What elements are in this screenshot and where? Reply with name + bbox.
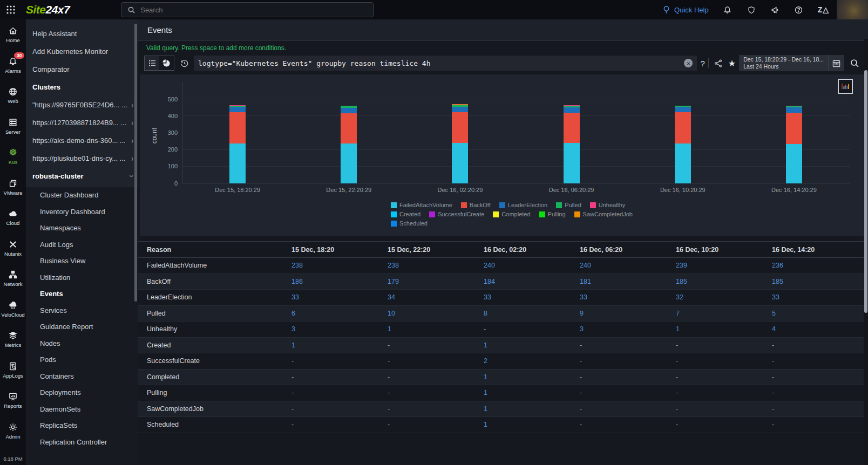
count-link[interactable]: 239: [676, 262, 772, 269]
sidebar-item-business-view[interactable]: Business View: [26, 253, 138, 270]
count-link[interactable]: 7: [676, 310, 772, 317]
announcements-megaphone-icon[interactable]: [770, 5, 780, 15]
bar-segment-FailedAttachVolume[interactable]: [786, 144, 802, 184]
count-link[interactable]: 1: [484, 405, 580, 413]
stacked-bar-Dec-16-14-20-29[interactable]: [786, 106, 802, 183]
count-link[interactable]: 179: [388, 278, 484, 285]
sidebar-item-help-assistant[interactable]: Help Assistant: [26, 25, 138, 43]
bar-segment-LeaderElection[interactable]: [229, 107, 246, 112]
count-link[interactable]: 185: [676, 278, 772, 285]
count-link[interactable]: 5: [772, 310, 868, 317]
bar-segment-FailedAttachVolume[interactable]: [452, 143, 468, 183]
count-link[interactable]: 33: [291, 293, 388, 301]
count-link[interactable]: 1: [484, 341, 580, 349]
stacked-bar-Dec-15-22-20-29[interactable]: [341, 106, 357, 183]
sidebar-item-audit-logs[interactable]: Audit Logs: [26, 237, 138, 254]
bar-segment-FailedAttachVolume[interactable]: [564, 143, 580, 183]
count-link[interactable]: 4: [772, 325, 868, 333]
query-history-icon[interactable]: [178, 57, 191, 70]
zia-assistant-icon[interactable]: Z△: [818, 5, 829, 14]
sidebar-item-cluster-dashboard[interactable]: Cluster Dashboard: [26, 187, 138, 204]
rail-item-applogs[interactable]: AppLogs: [0, 355, 26, 386]
sidebar-item-pods[interactable]: Pods: [26, 352, 138, 368]
share-icon[interactable]: [712, 57, 725, 70]
count-link[interactable]: 238: [291, 262, 388, 269]
count-link[interactable]: 3: [291, 325, 388, 333]
sidebar-scrollbar[interactable]: [134, 24, 137, 302]
query-help-icon[interactable]: ?: [700, 59, 704, 68]
stacked-bar-Dec-16-06-20-29[interactable]: [564, 105, 580, 183]
count-link[interactable]: 1: [676, 325, 772, 333]
bar-segment-BackOff[interactable]: [341, 113, 357, 143]
global-search[interactable]: [121, 2, 374, 17]
bar-segment-LeaderElection[interactable]: [341, 108, 357, 114]
count-link[interactable]: 1: [484, 373, 580, 381]
legend-item-Pulled[interactable]: Pulled: [556, 202, 581, 208]
site24x7-logo[interactable]: Site24x7: [26, 3, 70, 16]
sidebar-cluster-url-1[interactable]: "https://99765F0B5E24D6... ...›: [26, 96, 138, 114]
bar-segment-FailedAttachVolume[interactable]: [229, 143, 246, 183]
count-link[interactable]: 240: [580, 262, 676, 269]
clear-query-icon[interactable]: ✕: [684, 59, 693, 67]
legend-item-Pulling[interactable]: Pulling: [539, 211, 566, 217]
legend-item-SuccessfulCreate[interactable]: SuccessfulCreate: [429, 211, 484, 217]
rail-item-network[interactable]: Network: [0, 263, 26, 294]
rail-item-cloud[interactable]: Cloud: [0, 202, 26, 233]
sidebar-item-daemonsets[interactable]: DaemonSets: [26, 401, 138, 418]
legend-item-LeaderElection[interactable]: LeaderElection: [499, 202, 547, 208]
rail-item-server[interactable]: Server: [0, 111, 26, 142]
query-input[interactable]: logtype="Kubernetes Events" groupby reas…: [194, 56, 697, 71]
rail-item-reports[interactable]: Reports: [0, 385, 26, 416]
sidebar-item-replicasets[interactable]: ReplicaSets: [26, 418, 138, 434]
sidebar-item-add-kubernetes-monitor[interactable]: Add Kubernetes Monitor: [26, 43, 138, 60]
count-link[interactable]: 33: [484, 293, 580, 301]
list-view-icon[interactable]: [145, 56, 159, 70]
legend-item-SawCompletedJob[interactable]: SawCompletedJob: [574, 211, 633, 217]
count-link[interactable]: 33: [580, 293, 676, 301]
count-link[interactable]: 10: [388, 310, 484, 317]
sidebar-item-nodes[interactable]: Nodes: [26, 336, 138, 352]
count-link[interactable]: 181: [580, 278, 676, 285]
stacked-bar-Dec-15-18-20-29[interactable]: [229, 105, 246, 183]
legend-item-FailedAttachVolume[interactable]: FailedAttachVolume: [391, 202, 452, 208]
count-link[interactable]: 238: [388, 262, 484, 269]
bar-segment-BackOff[interactable]: [675, 112, 691, 143]
rail-item-admin[interactable]: Admin: [0, 416, 26, 447]
user-avatar[interactable]: [837, 0, 868, 19]
run-search-icon[interactable]: [847, 58, 862, 68]
sidebar-item-replication-controller[interactable]: Replication Controller: [26, 434, 138, 451]
legend-item-BackOff[interactable]: BackOff: [461, 202, 491, 208]
sidebar-cluster-url-4[interactable]: https://pluskube01-dns-cy... ...›: [26, 149, 138, 167]
count-link[interactable]: 236: [772, 262, 868, 269]
legend-item-Completed[interactable]: Completed: [493, 211, 530, 217]
rail-item-metrics[interactable]: Metrics: [0, 324, 26, 355]
sidebar-item-containers[interactable]: Containers: [26, 368, 138, 385]
sidebar-cluster-url-2[interactable]: https://1270398871824B9... ...›: [26, 114, 138, 132]
count-link[interactable]: 1: [484, 389, 580, 396]
legend-item-Created[interactable]: Created: [391, 211, 421, 217]
bar-segment-LeaderElection[interactable]: [452, 107, 468, 112]
shield-icon[interactable]: [747, 5, 756, 15]
bar-segment-BackOff[interactable]: [564, 113, 580, 143]
rail-item-velocloud[interactable]: VeloCloud: [0, 294, 26, 325]
count-link[interactable]: 9: [580, 310, 676, 317]
sidebar-item-events[interactable]: Events: [26, 286, 138, 303]
rail-item-web[interactable]: Web: [0, 80, 26, 111]
count-link[interactable]: 184: [484, 278, 580, 285]
favorite-star-icon[interactable]: ★: [728, 58, 736, 69]
bar-segment-BackOff[interactable]: [452, 112, 468, 143]
rail-item-vmware[interactable]: VMware: [0, 172, 26, 203]
count-link[interactable]: 3: [580, 325, 676, 333]
sidebar-item-robusta-cluster[interactable]: robusta-cluster ›: [26, 167, 138, 185]
rail-item-home[interactable]: Home: [0, 19, 26, 50]
quick-help-button[interactable]: Quick Help: [661, 5, 709, 15]
search-input[interactable]: [140, 6, 368, 14]
count-link[interactable]: 186: [291, 278, 388, 285]
sidebar-item-deployments[interactable]: Deployments: [26, 385, 138, 401]
chart-view-icon[interactable]: [159, 56, 174, 70]
count-link[interactable]: 6: [291, 310, 388, 317]
count-link[interactable]: 1: [291, 341, 388, 349]
time-range-picker[interactable]: Dec 15, 18:20:29 - Dec 16, 18... Last 24…: [739, 55, 844, 71]
bar-segment-BackOff[interactable]: [229, 112, 246, 143]
sidebar-item-utilization[interactable]: Utilization: [26, 270, 138, 286]
